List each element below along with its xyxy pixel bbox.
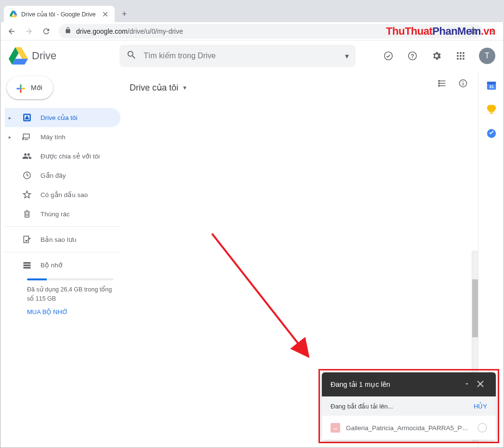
storage-icon	[22, 260, 32, 270]
upload-item[interactable]: Galleria_Patricia_Armocida_PARRA5_Ph_...	[322, 416, 496, 440]
drive-logo[interactable]: Drive	[9, 46, 115, 66]
list-view-button[interactable]	[436, 77, 448, 90]
apps-button[interactable]	[451, 46, 470, 66]
svg-text:?: ?	[411, 53, 414, 60]
svg-text:31: 31	[489, 84, 493, 89]
star-icon	[22, 190, 32, 199]
upload-toast-highlight: Đang tải 1 mục lên Đang bắt đầu tải lên.…	[318, 369, 499, 443]
new-button[interactable]: Mới	[7, 76, 53, 99]
upload-toast: Đang tải 1 mục lên Đang bắt đầu tải lên.…	[322, 372, 496, 440]
browser-tabstrip: Drive của tôi - Google Drive +	[0, 0, 504, 22]
search-dropdown-button[interactable]: ▾	[345, 52, 349, 61]
breadcrumb-title: Drive của tôi	[130, 82, 178, 93]
toast-cancel-button[interactable]: HỦY	[474, 403, 487, 410]
svg-point-13	[460, 52, 462, 54]
tab-close-button[interactable]	[101, 10, 109, 18]
toast-collapse-button[interactable]	[460, 381, 474, 389]
support-button[interactable]: ?	[403, 46, 422, 66]
calendar-addon-button[interactable]: 31	[486, 80, 497, 91]
upload-spinner-icon	[477, 423, 487, 433]
details-button[interactable]	[457, 77, 469, 90]
sidebar-item-label: Bản sao lưu	[40, 236, 76, 243]
toast-close-button[interactable]	[474, 381, 487, 389]
keep-addon-button[interactable]	[486, 104, 497, 115]
sidebar-item-my-drive[interactable]: ▸ Drive của tôi	[5, 108, 120, 127]
svg-point-15	[457, 55, 459, 57]
buy-storage-link[interactable]: MUA BỘ NHỚ	[27, 308, 68, 316]
storage-meter: Đã sử dụng 26,4 GB trong tổng số 115 GB …	[5, 275, 120, 316]
browser-back-button[interactable]	[4, 24, 19, 39]
sidebar-item-label: Máy tính	[40, 133, 66, 141]
svg-rect-24	[24, 264, 31, 266]
svg-rect-25	[24, 267, 31, 268]
breadcrumb[interactable]: Drive của tôi ▼	[130, 77, 478, 98]
svg-point-17	[463, 55, 464, 57]
backup-icon	[22, 235, 32, 244]
sidebar-item-recent[interactable]: Gần đây	[5, 166, 120, 185]
sidebar-item-starred[interactable]: Có gắn dấu sao	[5, 185, 120, 204]
svg-rect-28	[438, 85, 440, 86]
svg-point-30	[463, 81, 464, 82]
shared-icon	[22, 151, 32, 161]
expand-icon[interactable]: ▸	[9, 134, 13, 140]
svg-rect-23	[24, 262, 31, 264]
svg-point-19	[460, 58, 462, 60]
browser-tab[interactable]: Drive của tôi - Google Drive	[4, 6, 115, 22]
sidebar-item-label: Có gắn dấu sao	[40, 191, 88, 198]
sidebar-item-label: Bộ nhớ	[40, 261, 63, 269]
sidebar-item-label: Được chia sẻ với tôi	[40, 152, 100, 160]
browser-reload-button[interactable]	[39, 24, 54, 39]
breadcrumb-dropdown-icon: ▼	[182, 85, 187, 91]
svg-rect-35	[490, 112, 493, 114]
storage-usage-text: Đã sử dụng 26,4 GB trong tổng số 115 GB	[27, 285, 114, 303]
svg-rect-31	[463, 83, 464, 85]
svg-point-16	[460, 55, 462, 57]
drive-product-name: Drive	[32, 50, 56, 62]
plus-icon	[14, 82, 25, 93]
browser-forward-button[interactable]	[21, 24, 37, 39]
tasks-addon-button[interactable]	[486, 128, 497, 139]
browser-tab-title: Drive của tôi - Google Drive	[21, 11, 97, 18]
svg-point-20	[463, 58, 464, 60]
settings-button[interactable]	[427, 46, 446, 66]
my-drive-icon	[22, 113, 32, 122]
sidebar-item-backups[interactable]: Bản sao lưu	[5, 230, 120, 249]
search-box[interactable]: ▾	[119, 45, 356, 67]
ready-offline-button[interactable]	[379, 46, 398, 66]
expand-icon[interactable]: ▸	[9, 115, 13, 120]
drive-header: Drive ▾ ? T	[0, 40, 504, 71]
drive-favicon-icon	[10, 10, 17, 18]
url-text: drive.google.com/drive/u/0/my-drive	[76, 27, 183, 35]
trash-icon	[22, 209, 32, 219]
new-tab-button[interactable]: +	[118, 7, 131, 21]
sidebar-item-storage[interactable]: Bộ nhớ	[5, 255, 120, 275]
watermark: ThuThuatPhanMem.vn	[386, 25, 495, 38]
account-avatar[interactable]: T	[479, 48, 495, 64]
sidebar-item-computers[interactable]: ▸ Máy tính	[5, 127, 120, 146]
sidebar-item-shared[interactable]: Được chia sẻ với tôi	[5, 146, 120, 166]
sidebar-item-trash[interactable]: Thùng rác	[5, 204, 120, 224]
svg-rect-33	[487, 82, 495, 84]
computers-icon	[22, 132, 32, 142]
new-button-label: Mới	[31, 84, 42, 92]
svg-rect-26	[438, 80, 440, 81]
toast-subtitle: Đang bắt đầu tải lên...	[331, 403, 393, 410]
search-icon	[126, 50, 137, 62]
toast-title: Đang tải 1 mục lên	[331, 381, 460, 388]
image-file-icon	[331, 423, 340, 433]
sidebar: Mới ▸ Drive của tôi ▸ Máy tính	[0, 71, 120, 448]
upload-file-name: Galleria_Patricia_Armocida_PARRA5_Ph_...	[346, 424, 472, 432]
search-input[interactable]	[144, 52, 338, 60]
svg-point-14	[463, 52, 464, 54]
sidebar-item-label: Gần đây	[40, 171, 66, 179]
sidebar-item-label: Drive của tôi	[40, 114, 78, 121]
svg-rect-27	[438, 82, 440, 84]
recent-icon	[22, 171, 32, 180]
svg-rect-21	[20, 88, 22, 90]
sidebar-item-label: Thùng rác	[40, 211, 70, 218]
svg-point-9	[385, 52, 393, 60]
svg-point-18	[457, 58, 459, 60]
lock-icon	[65, 27, 71, 36]
svg-point-12	[457, 52, 459, 54]
